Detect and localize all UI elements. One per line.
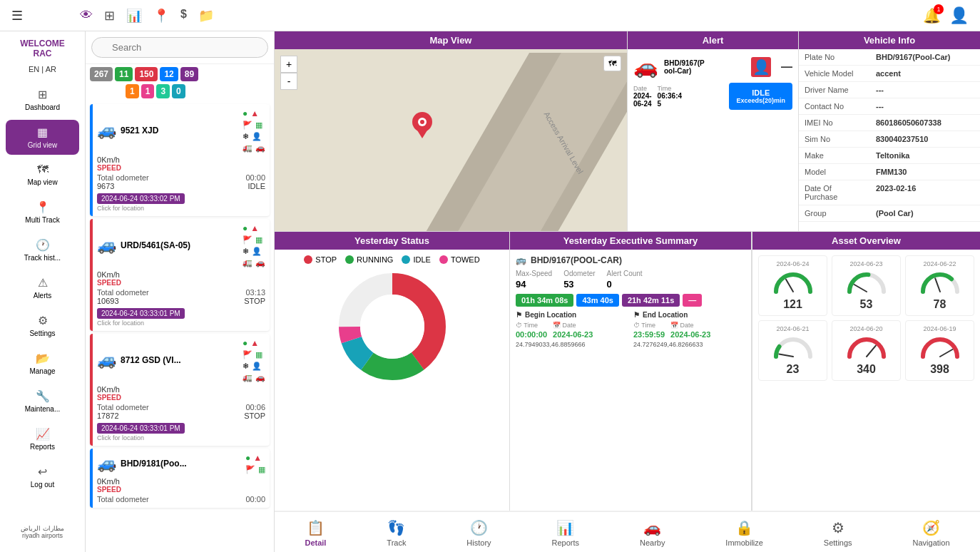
stat-red[interactable]: 150 bbox=[135, 67, 158, 81]
stat-total[interactable]: 267 bbox=[90, 67, 113, 81]
sidebar-label-gridview: Grid view bbox=[28, 141, 58, 149]
sidebar-label-dashboard: Dashboard bbox=[25, 103, 60, 111]
alert-plate2: ool-Car) bbox=[664, 67, 705, 75]
maxspeed-value: 94 bbox=[516, 279, 552, 290]
sidebar-item-multitrack[interactable]: 📍 Multi Track bbox=[0, 195, 85, 230]
begin-date-label: 📅 Date bbox=[553, 322, 593, 329]
tab-reports[interactable]: 📊 Reports bbox=[543, 519, 588, 547]
sidebar-item-logout[interactable]: ↩ Log out bbox=[0, 459, 85, 494]
odometer-label: Odometer bbox=[563, 270, 595, 277]
tab-nearby[interactable]: 🚗 Nearby bbox=[631, 519, 673, 547]
tab-detail[interactable]: 📋 Detail bbox=[296, 519, 335, 547]
grid-icon[interactable]: ⊞ bbox=[104, 8, 115, 24]
grid2-icon: ▦ bbox=[255, 235, 262, 245]
vi-value: --- bbox=[870, 98, 980, 115]
stat-cyan[interactable]: 0 bbox=[172, 84, 185, 98]
sidebar-item-alerts[interactable]: ⚠ Alerts bbox=[0, 270, 85, 305]
sidebar-item-manage[interactable]: 📂 Manage bbox=[0, 346, 85, 381]
sidebar-label-alerts: Alerts bbox=[34, 292, 52, 300]
idle-label: IDLE bbox=[413, 255, 430, 264]
vehicle-card[interactable]: 🚙 9521 XJD ● ▲ 🚩 ▦ ❄ 👤 bbox=[90, 104, 270, 216]
vi-row-sim: Sim No 830040237510 bbox=[799, 131, 980, 148]
tab-history[interactable]: 🕐 History bbox=[458, 519, 499, 547]
sidebar-label-multitrack: Multi Track bbox=[25, 216, 59, 224]
vi-value: BHD/9167(Pool-Car) bbox=[870, 49, 980, 66]
content-area: Map View Access Arrival Level bbox=[275, 31, 980, 552]
vi-label: Driver Name bbox=[799, 82, 870, 98]
location-icon[interactable]: 📍 bbox=[153, 8, 169, 24]
click-location[interactable]: Click for location bbox=[97, 434, 265, 441]
speedometer-icon bbox=[919, 270, 961, 295]
map-layer-button[interactable]: 🗺 bbox=[603, 56, 621, 71]
tab-settings[interactable]: ⚙ Settings bbox=[815, 519, 861, 547]
gps-icon: ● bbox=[243, 108, 247, 118]
alerts-icon: ⚠ bbox=[38, 276, 48, 290]
ao-value: 23 bbox=[787, 363, 800, 376]
sidebar-item-reports[interactable]: 📈 Reports bbox=[0, 421, 85, 456]
stat-orange[interactable]: 1 bbox=[126, 84, 139, 98]
person-icon: 👤 bbox=[252, 362, 262, 371]
stat-teal[interactable]: 3 bbox=[156, 84, 170, 98]
flag2-icon: ⚑ bbox=[516, 311, 522, 319]
sidebar-item-trackhist[interactable]: 🕐 Track hist... bbox=[0, 232, 85, 267]
stat-pink[interactable]: 1 bbox=[141, 84, 155, 98]
click-location[interactable]: Click for location bbox=[97, 205, 265, 212]
user-avatar-icon[interactable]: 👤 bbox=[949, 6, 969, 25]
language-selector[interactable]: EN | AR bbox=[29, 65, 56, 73]
stat-purple[interactable]: 89 bbox=[180, 67, 198, 81]
alert-plate: BHD/9167(P bbox=[664, 59, 705, 67]
badge-towed-time: — bbox=[683, 294, 702, 307]
stat-blue[interactable]: 12 bbox=[160, 67, 178, 81]
es-stats-row: Max-Speed 94 Odometer 53 Alert Count 0 bbox=[516, 270, 745, 290]
alert-time-col: Time 06:36:45 bbox=[658, 85, 682, 108]
ao-card-0621: 2024-06-21 23 bbox=[758, 320, 827, 381]
search-input[interactable] bbox=[91, 37, 268, 58]
dollar-icon[interactable]: $ bbox=[180, 8, 187, 24]
click-location[interactable]: Click for location bbox=[97, 320, 265, 327]
sidebar-item-dashboard[interactable]: ⊞ Dashboard bbox=[0, 82, 85, 117]
top-nav-right: 🔔 1 👤 bbox=[923, 6, 969, 25]
sidebar-item-gridview[interactable]: ▦ Grid view bbox=[6, 120, 79, 155]
gps-icon: ● bbox=[243, 338, 247, 348]
immobilize-tab-icon: 🔒 bbox=[735, 519, 753, 536]
sidebar-item-settings[interactable]: ⚙ Settings bbox=[0, 308, 85, 343]
hamburger-icon[interactable]: ☰ bbox=[11, 8, 23, 24]
vehicle-name: 9521 XJD bbox=[121, 126, 238, 136]
zoom-out-button[interactable]: - bbox=[280, 73, 297, 90]
signal-icon: ▲ bbox=[250, 108, 259, 118]
car-icon: 🚙 bbox=[97, 454, 116, 473]
bell-wrapper[interactable]: 🔔 1 bbox=[923, 7, 941, 24]
tab-immobilize[interactable]: 🔒 Immobilize bbox=[717, 519, 772, 547]
idle-badge: IDLE Exceeds(20)min bbox=[729, 83, 792, 110]
vehicle-card[interactable]: 🚙 URD/5461(SA-05) ● ▲ 🚩 ▦ ❄ bbox=[90, 219, 270, 331]
search-wrap: 🔍 bbox=[91, 37, 268, 58]
stat-green[interactable]: 11 bbox=[115, 67, 133, 81]
es-maxspeed: Max-Speed 94 bbox=[516, 270, 552, 290]
alert-time-row: Date 2024-06-24 Time 06:36:45 IDLE Excee… bbox=[633, 83, 792, 110]
sidebar-item-maintenance[interactable]: 🔧 Maintena... bbox=[0, 384, 85, 419]
towed-dot bbox=[439, 255, 448, 264]
car-icon: 🚙 bbox=[97, 121, 116, 140]
odometer-value: 9673 bbox=[97, 182, 114, 190]
asset-overview-title: Asset Overview bbox=[752, 232, 980, 250]
chart-icon[interactable]: 📊 bbox=[126, 8, 142, 24]
eye-icon[interactable]: 👁 bbox=[80, 8, 93, 24]
begin-location: ⚑ Begin Location ⏱ Time 00:00:00 📅 Date … bbox=[516, 311, 628, 348]
vehicle-card[interactable]: 🚙 8712 GSD (VI... ● ▲ 🚩 ▦ ❄ bbox=[90, 334, 270, 446]
speedometer-icon bbox=[919, 335, 961, 360]
zoom-in-button[interactable]: + bbox=[280, 56, 297, 73]
badge-idle-time: 43m 40s bbox=[576, 294, 618, 307]
vi-label: Plate No bbox=[799, 49, 870, 66]
sidebar-item-mapview[interactable]: 🗺 Map view bbox=[0, 158, 85, 192]
reports-tab-label: Reports bbox=[552, 538, 580, 547]
yesterday-status-title: Yesterday Status bbox=[275, 232, 509, 250]
asset-overview-grid: 2024-06-24 121 2024-06-23 bbox=[752, 250, 980, 387]
tab-navigation[interactable]: 🧭 Navigation bbox=[904, 519, 959, 547]
maxspeed-label: Max-Speed bbox=[516, 270, 552, 277]
folder-icon[interactable]: 📁 bbox=[198, 8, 214, 24]
ao-value: 78 bbox=[934, 298, 946, 311]
ao-value: 340 bbox=[857, 363, 876, 376]
ao-value: 53 bbox=[860, 298, 873, 311]
vehicle-card[interactable]: 🚙 BHD/9181(Poo... ● ▲ 🚩 ▦ 0Km/h S bbox=[90, 449, 270, 508]
tab-track[interactable]: 👣 Track bbox=[378, 519, 414, 547]
